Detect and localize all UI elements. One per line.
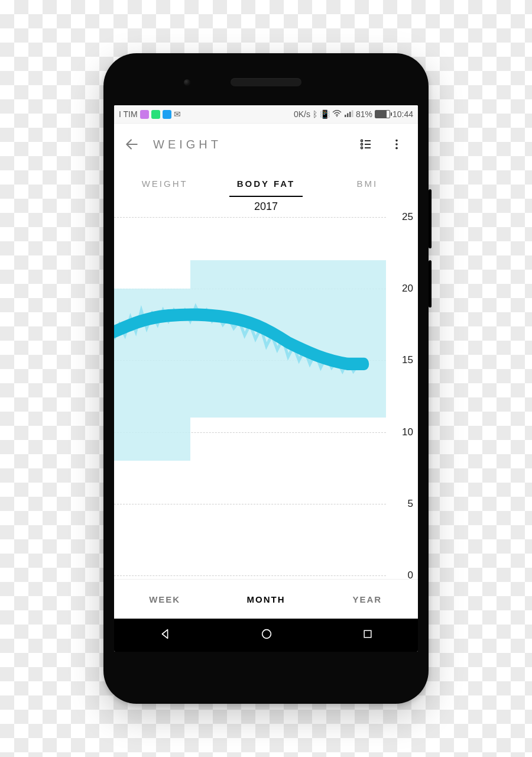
svg-point-5	[361, 140, 362, 141]
y-tick: 25	[402, 211, 413, 223]
svg-point-7	[361, 143, 362, 145]
mail-icon: ✉	[174, 109, 181, 119]
y-tick: 5	[408, 498, 413, 510]
tab-bodyfat[interactable]: BODY FAT	[215, 179, 316, 197]
hw-button	[429, 260, 432, 308]
svg-rect-15	[364, 630, 371, 638]
battery-pct: 81%	[356, 109, 372, 119]
android-nav-bar	[114, 619, 418, 652]
net-speed: 0K/s	[294, 109, 310, 119]
range-week[interactable]: WEEK	[114, 594, 215, 604]
svg-point-9	[361, 147, 362, 148]
svg-rect-3	[349, 112, 351, 117]
svg-point-14	[262, 630, 271, 639]
page-title: WEIGHT	[153, 138, 222, 151]
hw-button	[429, 189, 432, 248]
phone-frame: I TIM ✉ 0K/s ᛒ 📳 81% 10:44	[103, 53, 429, 704]
notif-icon	[140, 110, 149, 119]
range-month[interactable]: MONTH	[215, 594, 316, 604]
nav-recent-button[interactable]	[362, 628, 374, 642]
y-axis: 25 20 15 10 5 0	[386, 217, 418, 575]
bluetooth-icon: ᛒ	[313, 109, 317, 119]
triangle-back-icon	[158, 627, 171, 640]
svg-rect-1	[345, 115, 346, 117]
svg-rect-2	[347, 114, 349, 118]
y-tick: 15	[402, 354, 413, 366]
overflow-menu-button[interactable]	[384, 131, 410, 157]
screen: I TIM ✉ 0K/s ᛒ 📳 81% 10:44	[114, 105, 418, 652]
chart-plot	[114, 217, 386, 575]
svg-point-0	[336, 116, 338, 117]
more-vert-icon	[390, 138, 403, 151]
range-picker: WEEK MONTH YEAR	[114, 579, 418, 619]
wifi-icon	[332, 109, 342, 119]
tab-weight[interactable]: WEIGHT	[114, 179, 215, 197]
carrier-label: I TIM	[119, 109, 138, 119]
chart-svg	[114, 217, 386, 575]
y-tick: 0	[408, 570, 413, 581]
app-header: WEIGHT	[114, 124, 418, 165]
notif-icon	[163, 110, 171, 119]
chart-year-label: 2017	[254, 200, 278, 213]
gridline	[114, 575, 386, 576]
status-bar: I TIM ✉ 0K/s ᛒ 📳 81% 10:44	[114, 105, 418, 124]
metric-tabs: WEIGHT BODY FAT BMI	[114, 165, 418, 197]
square-recent-icon	[362, 628, 374, 640]
clock: 10:44	[392, 109, 413, 119]
nav-back-button[interactable]	[158, 627, 171, 643]
svg-point-11	[395, 140, 398, 142]
bullet-list-icon	[359, 137, 373, 151]
chart-area[interactable]: 2017	[114, 197, 418, 579]
svg-rect-4	[352, 111, 353, 118]
list-view-button[interactable]	[353, 131, 379, 157]
nav-home-button[interactable]	[260, 627, 273, 643]
svg-point-13	[395, 147, 398, 150]
arrow-left-icon	[124, 137, 140, 152]
svg-point-12	[395, 143, 398, 145]
circle-home-icon	[260, 627, 273, 640]
tab-bmi[interactable]: BMI	[317, 179, 418, 197]
signal-icon	[344, 109, 353, 119]
battery-icon	[375, 110, 390, 118]
range-year[interactable]: YEAR	[317, 594, 418, 604]
vibrate-icon: 📳	[320, 109, 330, 119]
y-tick: 20	[402, 283, 413, 295]
y-tick: 10	[402, 426, 413, 438]
phone-speaker	[231, 78, 301, 86]
back-button[interactable]	[119, 131, 145, 157]
phone-camera	[184, 79, 190, 86]
notif-icon	[151, 110, 160, 119]
